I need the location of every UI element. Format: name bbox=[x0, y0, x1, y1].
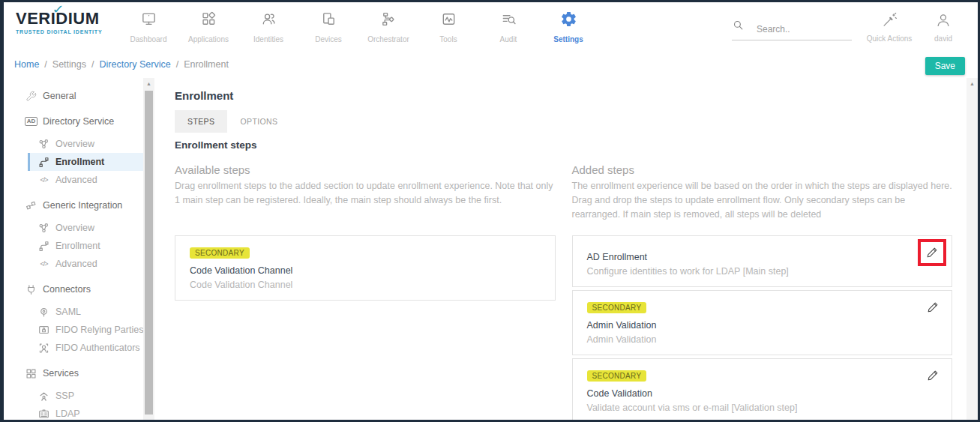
available-steps-list: SECONDARY Code Validation Channel Code V… bbox=[175, 235, 556, 301]
sidebar-item-fido-authenticators[interactable]: FIDO Authenticators bbox=[4, 339, 143, 357]
browser-lock-icon bbox=[37, 325, 50, 336]
app-window: VERIDIUM ✓ TRUSTED DIGITAL IDENTITY Dash… bbox=[0, 0, 980, 422]
sidebar-scrollbar[interactable]: ▲ bbox=[143, 78, 154, 420]
nav-item-identities[interactable]: Identities bbox=[238, 2, 298, 49]
sidebar-scrollbar-thumb[interactable] bbox=[145, 91, 153, 415]
sidebar-item-ssp[interactable]: SSP bbox=[4, 387, 143, 405]
settings-sidebar: General AD Directory Service Overview En… bbox=[4, 78, 143, 420]
edit-step-button[interactable] bbox=[926, 301, 940, 314]
logo-check-icon: ✓ bbox=[52, 2, 64, 16]
nav-label: Dashboard bbox=[130, 35, 167, 43]
sidebar-item-fido-relying-parties[interactable]: FIDO Relying Parties bbox=[4, 321, 143, 339]
nav-label: Devices bbox=[315, 35, 342, 43]
quick-actions-label: Quick Actions bbox=[867, 34, 913, 43]
people-icon bbox=[260, 10, 277, 31]
brand-logo[interactable]: VERIDIUM ✓ TRUSTED DIGITAL IDENTITY bbox=[16, 9, 121, 34]
edit-step-button[interactable] bbox=[925, 246, 939, 259]
top-bar: VERIDIUM ✓ TRUSTED DIGITAL IDENTITY Dash… bbox=[4, 2, 978, 49]
main-panel: Enrollment STEPS OPTIONS Enrollment step… bbox=[154, 78, 967, 420]
search-icon bbox=[732, 19, 745, 34]
step-card-code-validation[interactable]: SECONDARY Code Validation Validate accou… bbox=[572, 358, 953, 420]
tools-icon bbox=[440, 10, 457, 31]
antenna-person-icon bbox=[37, 391, 50, 402]
nav-item-devices[interactable]: Devices bbox=[298, 2, 358, 49]
nav-label: Tools bbox=[439, 35, 457, 43]
status-badge: SECONDARY bbox=[587, 370, 647, 382]
sidebar-item-directory-service[interactable]: AD Directory Service bbox=[4, 112, 143, 130]
sidebar-item-gi-enrollment[interactable]: Enrollment bbox=[4, 237, 143, 255]
step-subtitle: Admin Validation bbox=[587, 334, 938, 345]
sidebar-item-gi-overview[interactable]: Overview bbox=[4, 219, 143, 237]
step-card-admin-validation[interactable]: SECONDARY Admin Validation Admin Validat… bbox=[572, 290, 953, 355]
edit-step-button[interactable] bbox=[926, 369, 940, 382]
nav-item-tools[interactable]: Tools bbox=[418, 2, 478, 49]
sidebar-item-services[interactable]: Services bbox=[4, 364, 143, 382]
sidebar-item-ds-enrollment[interactable]: Enrollment bbox=[28, 153, 143, 171]
nav-item-applications[interactable]: Applications bbox=[178, 2, 238, 49]
scroll-up-arrow[interactable]: ▲ bbox=[143, 78, 154, 89]
added-steps-list: MAIN AD Enrollment Configure identities … bbox=[572, 235, 953, 420]
active-directory-icon: AD bbox=[25, 117, 37, 126]
breadcrumb-home[interactable]: Home bbox=[14, 59, 39, 70]
breadcrumb-directory-service[interactable]: Directory Service bbox=[99, 59, 170, 70]
added-steps-panel: Added steps The enrollment experience wi… bbox=[572, 163, 953, 420]
id-card-icon bbox=[37, 409, 50, 420]
nav-item-audit[interactable]: Audit bbox=[478, 2, 538, 49]
tab-steps[interactable]: STEPS bbox=[175, 110, 227, 133]
integration-icon bbox=[25, 200, 37, 211]
tab-options[interactable]: OPTIONS bbox=[227, 110, 290, 133]
sidebar-item-generic-integration[interactable]: Generic Integration bbox=[4, 196, 143, 214]
quick-actions-button[interactable]: Quick Actions bbox=[862, 9, 916, 43]
scroll-up-arrow[interactable]: ▲ bbox=[967, 78, 978, 89]
code-icon: </> bbox=[37, 176, 50, 184]
wand-icon bbox=[881, 12, 898, 30]
search-box[interactable] bbox=[732, 19, 852, 40]
user-icon bbox=[935, 12, 952, 30]
header-actions: Quick Actions david bbox=[732, 2, 970, 49]
sidebar-item-saml[interactable]: SAML bbox=[4, 303, 143, 321]
main-nav: Dashboard Applications Identities Device… bbox=[118, 2, 598, 49]
user-menu[interactable]: david bbox=[916, 9, 970, 43]
step-subtitle: Configure identities to work for LDAP [M… bbox=[587, 266, 938, 277]
flow-icon bbox=[380, 10, 397, 31]
sidebar-item-connectors[interactable]: Connectors bbox=[4, 280, 143, 298]
main-scrollbar[interactable]: ▲ bbox=[967, 78, 978, 420]
step-title: Code Validation Channel bbox=[190, 265, 541, 276]
code-icon: </> bbox=[37, 260, 50, 268]
step-title: Admin Validation bbox=[587, 320, 938, 331]
step-title: AD Enrollment bbox=[587, 252, 938, 262]
step-title: Code Validation bbox=[587, 388, 938, 399]
nav-item-orchestrator[interactable]: Orchestrator bbox=[358, 2, 418, 49]
step-subtitle: Code Validation Channel bbox=[190, 280, 541, 290]
available-steps-panel: Available steps Drag enrollment steps to… bbox=[175, 163, 556, 420]
nodes-icon bbox=[37, 223, 50, 234]
person-brackets-icon bbox=[37, 343, 50, 354]
monitor-icon bbox=[140, 10, 157, 31]
sidebar-item-general[interactable]: General bbox=[4, 87, 143, 105]
search-input[interactable] bbox=[757, 24, 839, 34]
nav-item-settings[interactable]: Settings bbox=[538, 2, 598, 49]
step-subtitle: Validate account via sms or e-mail [Vali… bbox=[587, 403, 938, 413]
step-card-ad-enrollment[interactable]: MAIN AD Enrollment Configure identities … bbox=[572, 235, 953, 287]
breadcrumb: Home/Settings/Directory Service/Enrollme… bbox=[14, 59, 229, 70]
nav-label: Settings bbox=[553, 35, 583, 43]
nodes-icon bbox=[37, 139, 50, 150]
nav-label: Applications bbox=[188, 35, 229, 43]
step-card-code-validation-channel[interactable]: SECONDARY Code Validation Channel Code V… bbox=[175, 235, 556, 301]
sidebar-item-gi-advanced[interactable]: </> Advanced bbox=[4, 255, 143, 273]
nav-item-dashboard[interactable]: Dashboard bbox=[118, 2, 178, 49]
route-icon bbox=[37, 241, 50, 252]
target-icon bbox=[37, 307, 50, 318]
nav-label: Audit bbox=[500, 35, 517, 43]
sidebar-item-ds-overview[interactable]: Overview bbox=[4, 135, 143, 153]
grid-icon bbox=[25, 368, 37, 379]
sidebar-item-ldap[interactable]: LDAP bbox=[4, 405, 143, 420]
available-steps-description: Drag enrollment steps to the added secti… bbox=[175, 179, 556, 227]
breadcrumb-enrollment: Enrollment bbox=[184, 59, 229, 70]
save-button[interactable]: Save bbox=[925, 57, 965, 75]
devices-icon bbox=[320, 10, 337, 31]
route-icon bbox=[37, 157, 50, 168]
brand-name: VERIDIUM bbox=[16, 9, 121, 28]
sidebar-item-ds-advanced[interactable]: </> Advanced bbox=[4, 171, 143, 189]
audit-icon bbox=[500, 10, 517, 31]
